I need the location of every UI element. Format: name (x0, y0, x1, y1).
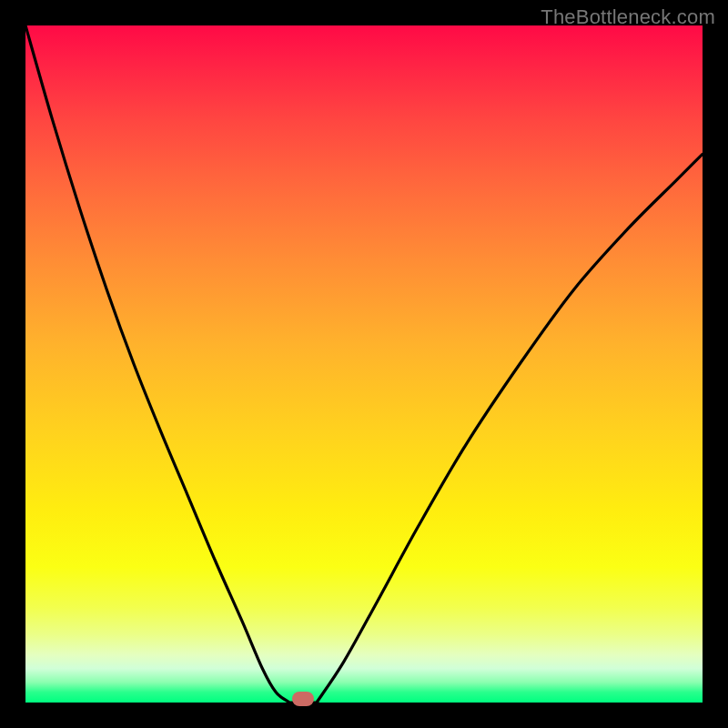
curve-path (25, 25, 703, 703)
bottleneck-curve (25, 25, 703, 703)
plot-area (25, 25, 703, 703)
optimum-marker (292, 692, 314, 706)
chart-frame: TheBottleneck.com (0, 0, 728, 728)
